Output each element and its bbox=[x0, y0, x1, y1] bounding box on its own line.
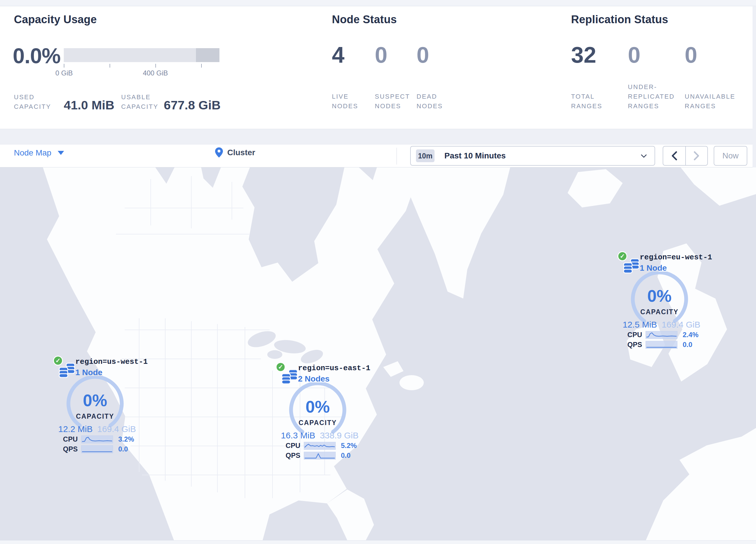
capacity-axis-tick bbox=[110, 64, 110, 68]
qps-sparkline bbox=[304, 452, 336, 460]
cpu-sparkline bbox=[304, 442, 336, 450]
suspect-nodes-value: 0 bbox=[375, 43, 417, 66]
under-replicated-ranges-stat: 0 UNDER-REPLICATED RANGES bbox=[628, 43, 685, 111]
page-bottom-strip bbox=[0, 540, 756, 544]
used-capacity-value: 41.0 MiB bbox=[64, 99, 114, 111]
time-range-badge: 10m bbox=[416, 149, 435, 162]
dead-nodes-value: 0 bbox=[417, 43, 469, 66]
database-icon bbox=[623, 258, 639, 274]
check-circle-icon: ✓ bbox=[53, 356, 63, 366]
capacity-bar-other-segment bbox=[196, 48, 219, 62]
gauge-percent: 0% bbox=[630, 286, 688, 306]
suspect-nodes-stat: 0 SUSPECT NODES bbox=[375, 43, 417, 111]
qps-sparkline bbox=[646, 341, 677, 349]
replication-status-columns: 32 TOTAL RANGES 0 UNDER-REPLICATED RANGE… bbox=[571, 43, 746, 111]
cpu-sparkline bbox=[81, 436, 113, 443]
check-circle-icon: ✓ bbox=[276, 362, 286, 372]
total-value: 169.4 GiB bbox=[97, 424, 136, 434]
qps-value: 0.0 bbox=[683, 341, 692, 349]
capacity-axis-label-400: 400 GiB bbox=[135, 69, 176, 77]
now-button[interactable]: Now bbox=[714, 146, 747, 166]
usable-capacity-value: 677.8 GiB bbox=[164, 99, 221, 111]
cpu-metric-row: CPU 3.2% bbox=[58, 435, 134, 443]
capacity-values: 12.5 MiB 169.4 GiB bbox=[623, 320, 700, 330]
database-icon bbox=[281, 369, 298, 385]
suspect-nodes-label: SUSPECT NODES bbox=[375, 92, 414, 111]
capacity-axis-tick bbox=[201, 64, 202, 68]
gauge-caption: CAPACITY bbox=[66, 413, 124, 420]
cpu-sparkline bbox=[646, 331, 677, 339]
total-ranges-value: 32 bbox=[571, 43, 628, 66]
qps-metric-row: QPS 0.0 bbox=[58, 445, 128, 453]
chevron-right-icon bbox=[693, 151, 700, 160]
caret-down-icon bbox=[58, 151, 64, 155]
gauge-caption: CAPACITY bbox=[630, 308, 688, 316]
region-name: region=eu-west-1 bbox=[640, 253, 712, 262]
capacity-values: 16.3 MiB 338.9 GiB bbox=[281, 431, 359, 440]
qps-label: QPS bbox=[623, 341, 642, 349]
check-circle-icon: ✓ bbox=[617, 251, 627, 261]
region-marker-us-east-1[interactable]: ✓ region=us-east-1 2 Nodes 0% CAPACITY 1… bbox=[276, 362, 366, 467]
qps-label: QPS bbox=[58, 445, 78, 453]
time-range-select[interactable]: 10m Past 10 Minutes bbox=[410, 146, 655, 166]
cpu-value: 2.4% bbox=[683, 331, 699, 339]
total-ranges-label: TOTAL RANGES bbox=[571, 92, 615, 111]
qps-value: 0.0 bbox=[341, 452, 350, 460]
node-status-title: Node Status bbox=[332, 13, 397, 26]
total-ranges-stat: 32 TOTAL RANGES bbox=[571, 43, 628, 111]
used-value: 16.3 MiB bbox=[281, 431, 315, 440]
cpu-value: 5.2% bbox=[341, 442, 357, 450]
database-icon bbox=[59, 363, 75, 378]
toolbar-divider bbox=[397, 148, 397, 164]
gauge-caption: CAPACITY bbox=[289, 419, 347, 427]
breadcrumb-label: Cluster bbox=[227, 148, 255, 157]
page-top-strip bbox=[0, 0, 756, 6]
capacity-bar-usable-segment bbox=[64, 48, 196, 62]
capacity-axis-tick bbox=[155, 64, 156, 68]
capacity-usage-title: Capacity Usage bbox=[14, 13, 97, 26]
cpu-metric-row: CPU 2.4% bbox=[623, 331, 699, 339]
gauge-percent: 0% bbox=[289, 397, 347, 416]
gauge-percent: 0% bbox=[66, 391, 124, 410]
view-selector-dropdown[interactable]: Node Map bbox=[14, 148, 64, 157]
cpu-label: CPU bbox=[58, 435, 78, 443]
cpu-label: CPU bbox=[281, 442, 300, 450]
qps-sparkline bbox=[81, 445, 113, 453]
used-value: 12.2 MiB bbox=[58, 424, 92, 434]
previous-interval-button[interactable] bbox=[663, 146, 685, 165]
next-interval-button[interactable] bbox=[685, 146, 707, 165]
region-marker-eu-west-1[interactable]: ✓ region=eu-west-1 1 Node 0% CAPACITY 12… bbox=[617, 251, 707, 356]
capacity-values: 12.2 MiB 169.4 GiB bbox=[58, 424, 136, 434]
replication-status-title: Replication Status bbox=[571, 13, 668, 26]
world-map: ✓ region=us-west-1 1 Node 0% CAPACITY 12… bbox=[0, 167, 756, 540]
unavailable-ranges-label: UNAVAILABLE RANGES bbox=[685, 92, 743, 111]
region-marker-us-west-1[interactable]: ✓ region=us-west-1 1 Node 0% CAPACITY 12… bbox=[53, 356, 143, 460]
node-status-columns: 4 LIVE NODES 0 SUSPECT NODES 0 DEAD NODE… bbox=[332, 43, 469, 111]
unavailable-ranges-stat: 0 UNAVAILABLE RANGES bbox=[685, 43, 746, 111]
dead-nodes-label: DEAD NODES bbox=[417, 92, 454, 111]
region-name: region=us-west-1 bbox=[75, 358, 148, 366]
unavailable-ranges-value: 0 bbox=[685, 43, 746, 66]
node-map-page: Capacity Usage 0.0% 0 GiB 400 GiB USED C… bbox=[0, 0, 756, 544]
capacity-usage-percent: 0.0% bbox=[13, 45, 61, 67]
chevron-down-icon bbox=[641, 154, 647, 158]
live-nodes-stat: 4 LIVE NODES bbox=[332, 43, 375, 111]
dead-nodes-stat: 0 DEAD NODES bbox=[417, 43, 469, 111]
total-value: 338.9 GiB bbox=[320, 431, 359, 440]
time-window-pager bbox=[663, 146, 708, 166]
live-nodes-value: 4 bbox=[332, 43, 375, 66]
view-selector-label: Node Map bbox=[14, 148, 51, 157]
capacity-usage-bar bbox=[64, 48, 219, 62]
cpu-label: CPU bbox=[623, 331, 642, 339]
capacity-axis-label-0: 0 GiB bbox=[44, 69, 84, 77]
capacity-axis-tick bbox=[64, 64, 64, 68]
qps-label: QPS bbox=[281, 452, 300, 460]
total-value: 169.4 GiB bbox=[662, 320, 700, 330]
qps-value: 0.0 bbox=[118, 445, 128, 453]
used-capacity-label: USED CAPACITY bbox=[14, 92, 62, 111]
used-value: 12.5 MiB bbox=[623, 320, 657, 330]
region-name: region=us-east-1 bbox=[298, 364, 370, 373]
breadcrumb[interactable]: Cluster bbox=[215, 147, 255, 157]
live-nodes-label: LIVE NODES bbox=[332, 92, 370, 111]
location-pin-icon bbox=[215, 147, 223, 157]
